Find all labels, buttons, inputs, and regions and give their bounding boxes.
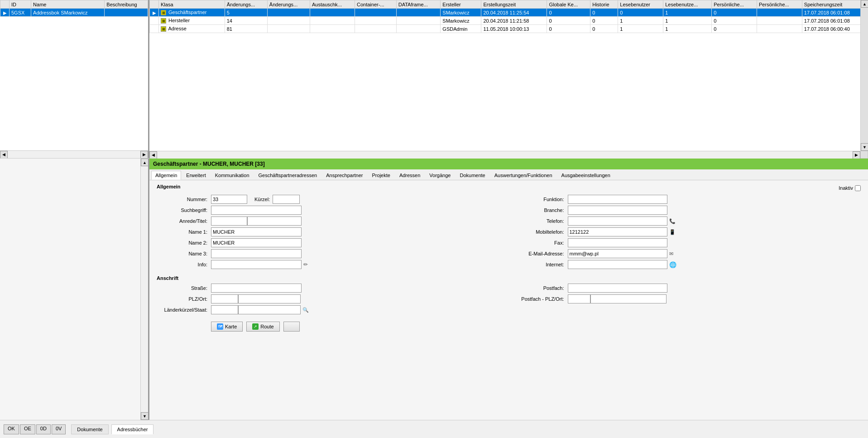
fax-input[interactable] <box>568 238 667 247</box>
branche-input[interactable] <box>568 206 667 215</box>
pencil-icon[interactable]: ✏ <box>303 261 308 268</box>
tab-kommunikation[interactable]: Kommunikation <box>211 171 254 180</box>
row-expand-icon[interactable]: ▶ <box>3 10 7 15</box>
laenderkuerzel-row: Länderkürzel/Staat: 🔍 <box>157 305 504 314</box>
tab-auswertungen[interactable]: Auswertungen/Funktionen <box>490 171 556 180</box>
nummer-input[interactable] <box>211 195 247 204</box>
horizontal-scrollbar-right[interactable]: ◀ ▶ <box>149 151 860 159</box>
tab-dokumente[interactable]: Dokumente <box>456 171 489 180</box>
section-anschrift-title: Anschrift <box>157 275 861 281</box>
name2-input[interactable] <box>211 238 302 247</box>
suchbegriff-input[interactable] <box>211 206 302 215</box>
karte-button[interactable]: 🗺 Karte <box>211 322 243 332</box>
postfach-label: Postfach: <box>513 285 568 291</box>
route-button-label: Route <box>260 324 273 329</box>
scroll-left-arrow-right[interactable]: ◀ <box>149 151 157 159</box>
tab-projekte[interactable]: Projekte <box>368 171 394 180</box>
left-vertical-scrollbar[interactable]: ▲ ▼ <box>140 159 148 420</box>
plz-input[interactable] <box>211 294 238 303</box>
col-container: Container-... <box>355 0 397 9</box>
scroll-right-arrow[interactable]: ▶ <box>140 151 148 159</box>
inaktiv-checkbox[interactable] <box>855 185 861 191</box>
scroll-up-arrow[interactable]: ▲ <box>861 0 868 8</box>
internet-input[interactable] <box>568 260 667 269</box>
tab-geschaeftspartneradressen[interactable]: Geschäftspartneradressen <box>254 171 321 180</box>
tab-erweitert[interactable]: Erweitert <box>182 171 210 180</box>
col-lesebenutze: Lesebenutze... <box>663 0 712 9</box>
left-scroll-up[interactable]: ▲ <box>141 159 149 166</box>
tab-vorgaenge[interactable]: Vorgänge <box>425 171 455 180</box>
col-persoenl2: Persönliche... <box>757 0 802 9</box>
tab-ausgabeeinstellungen[interactable]: Ausgabeeinstellungen <box>557 171 614 180</box>
footer-btn-od[interactable]: 0D <box>36 424 51 434</box>
table-row[interactable]: ⊞ Adresse 81 GSDAdmin 11.05.2018 10:00:1… <box>150 25 868 33</box>
laenderkuerzel-label: Länderkürzel/Staat: <box>157 307 211 313</box>
cell-container <box>355 9 397 17</box>
staat-input[interactable] <box>238 305 301 314</box>
form-col-left: Nummer: Kürzel: Suchbegriff: Anrede/Tite… <box>157 195 504 271</box>
row-expand-icon[interactable]: ▶ <box>153 10 156 15</box>
scroll-left-arrow[interactable]: ◀ <box>0 151 8 159</box>
route-button[interactable]: ↗ Route <box>246 322 279 332</box>
footer-btn-ov[interactable]: 0V <box>52 424 66 434</box>
plz-row: PLZ/Ort: <box>157 294 504 303</box>
titel-input[interactable] <box>247 217 302 226</box>
strasse-label: Straße: <box>157 285 211 291</box>
cell-historie: 0 <box>590 9 618 17</box>
globe-icon[interactable]: 🌐 <box>669 261 676 268</box>
phone-icon[interactable]: 📞 <box>669 218 676 224</box>
laenderkuerzel-input[interactable] <box>211 305 238 314</box>
col-austausch: Austauschk... <box>310 0 355 9</box>
third-button[interactable] <box>283 322 300 332</box>
kuerzel-input[interactable] <box>273 195 300 204</box>
name1-input[interactable] <box>211 227 302 236</box>
name3-label: Name 3: <box>157 251 211 256</box>
karte-button-label: Karte <box>225 324 237 329</box>
tab-ansprechpartner[interactable]: Ansprechpartner <box>322 171 367 180</box>
bottom-tab-dokumente[interactable]: Dokumente <box>71 424 108 434</box>
vertical-scrollbar-right[interactable]: ▲ ▼ <box>860 0 868 151</box>
cell-erstellung: 20.04.2018 11:21:58 <box>481 17 547 25</box>
anschrift-col-right: Postfach: Postfach - PLZ/Ort: <box>513 284 861 316</box>
detail-panel: Geschäftspartner - MUCHER, MUCHER [33] A… <box>149 159 868 420</box>
cell-speicher: 17.07.2018 06:01:08 <box>802 9 868 17</box>
internet-label: Internet: <box>513 262 568 267</box>
cell-ersteller: SMarkowicz <box>441 9 481 17</box>
postfach-ort-input[interactable] <box>590 294 667 303</box>
anrede-input[interactable] <box>211 217 247 226</box>
search-icon[interactable]: 🔍 <box>302 307 309 313</box>
strasse-input[interactable] <box>211 284 302 293</box>
email-icon[interactable]: ✉ <box>669 251 673 257</box>
name3-input[interactable] <box>211 249 302 258</box>
postfach-plz-input[interactable] <box>568 294 590 303</box>
ort-input[interactable] <box>238 294 301 303</box>
scroll-corner <box>860 151 868 159</box>
cell-beschreibung <box>105 9 148 17</box>
col-id: ID <box>10 0 31 9</box>
footer-btn-ok[interactable]: OK <box>4 424 19 434</box>
col-aend1: Änderungs... <box>225 0 267 9</box>
postfach-input[interactable] <box>568 284 667 293</box>
table-row[interactable]: ▶ ⊞ Geschäftspartner 5 SMarkowicz 20.04.… <box>150 9 868 17</box>
mobile-icon[interactable]: 📱 <box>669 229 676 235</box>
tab-adressen[interactable]: Adressen <box>395 171 424 180</box>
footer-btn-oe[interactable]: OE <box>20 424 35 434</box>
tab-allgemein[interactable]: Allgemein <box>151 171 181 180</box>
kuerzel-label: Kürzel: <box>254 197 270 202</box>
table-row[interactable]: ⊞ Hersteller 14 SMarkowicz 20.04.2018 11… <box>150 17 868 25</box>
left-scroll-down[interactable]: ▼ <box>141 412 149 420</box>
funktion-input[interactable] <box>568 195 667 204</box>
cell-persoenl1: 0 <box>712 9 757 17</box>
telefon-input[interactable] <box>568 217 667 226</box>
col-dataframe: DATAframe... <box>396 0 441 9</box>
mobiltelefon-input[interactable] <box>568 227 667 236</box>
anschrift-two-col: Straße: PLZ/Ort: Länderkürzel/Staat: <box>157 284 861 316</box>
table-row[interactable]: ▶ 5GSX Addressbok SMarkowicz <box>0 9 148 17</box>
email-input[interactable] <box>568 249 667 258</box>
scroll-right-arrow-right[interactable]: ▶ <box>853 151 860 159</box>
horizontal-scrollbar-left[interactable]: ◀ ▶ <box>0 150 148 158</box>
bottom-tab-adressbuecher[interactable]: Adressbücher <box>111 424 154 434</box>
info-input[interactable] <box>211 260 302 269</box>
scroll-down-arrow[interactable]: ▼ <box>861 143 868 151</box>
klasa-icon: ⊞ <box>161 18 166 24</box>
